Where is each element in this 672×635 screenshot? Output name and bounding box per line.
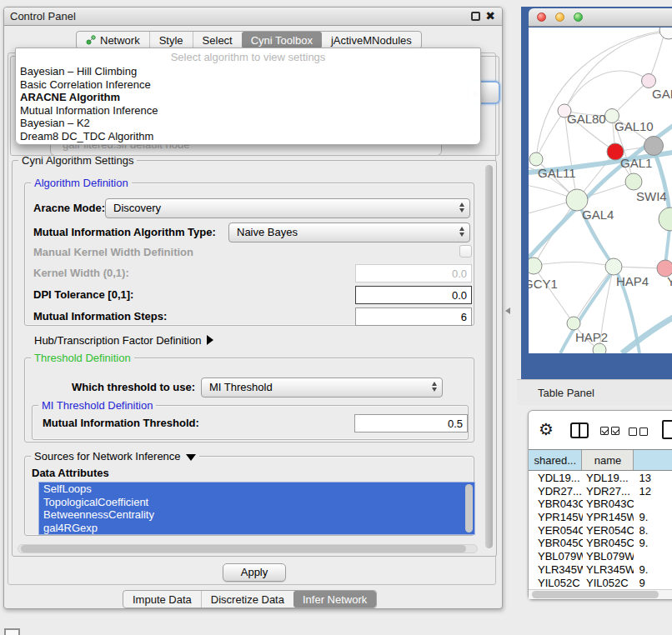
aracne-mode-combobox[interactable]: Discovery [105,198,470,218]
table-header-row[interactable]: shared...name [529,449,672,471]
table-row[interactable]: YBL079WYBL079W [529,550,672,563]
stepper-arrows-icon [432,382,437,392]
list-scrollbar-thumb[interactable] [465,484,473,532]
settings-horizontal-scrollbar[interactable] [18,544,478,553]
node-gcy1[interactable] [529,258,542,274]
export-table-icon[interactable] [662,420,672,439]
sources-group: Sources for Network Inference Data Attri… [24,456,474,536]
threshold-definition-legend: Threshold Definition [31,352,134,364]
tab-style[interactable]: Style [149,32,193,48]
table-row[interactable]: YDL19...YDL19...13 [529,472,672,485]
tab-network[interactable]: Network [77,32,149,48]
attribute-item-betweennesscentrality[interactable]: BetweennessCentrality [39,508,463,522]
network-node[interactable] [659,208,672,231]
scrollbar-thumb[interactable] [21,545,466,552]
close-traffic-light-icon[interactable] [537,12,546,22]
network-edge[interactable] [564,32,664,111]
network-edge[interactable] [564,71,649,111]
dropdown-item-basic-correlation-inference[interactable]: Basic Correlation Inference [16,78,480,92]
close-icon[interactable]: ✖ [485,9,495,22]
gear-icon[interactable]: ⚙ [539,420,554,438]
tab-jactivemnodules[interactable]: jActiveMNodules [322,32,421,48]
network-edge-thick[interactable] [622,312,672,353]
attribute-item-gal4rgexp[interactable]: gal4RGexp [39,522,463,535]
table-row[interactable]: YIL052CYIL052C9 [529,577,672,589]
sources-legend[interactable]: Sources for Network Inference [31,450,199,462]
table-horizontal-scrollbar[interactable] [529,589,672,599]
apply-button[interactable]: Apply [223,563,286,582]
table-cell: YDL19... [529,472,583,485]
mi-type-combobox[interactable]: Naive Bayes [228,222,470,242]
network-node[interactable] [659,28,672,39]
selected-attributes: SelfLoopsTopologicalCoefficientBetweenne… [39,482,463,534]
network-edge[interactable] [534,266,574,323]
control-panel-titlebar[interactable]: Control Panel ✖ [4,8,502,26]
tab-discretize-data-label: Discretize Data [211,593,284,606]
manual-kernel-checkbox[interactable] [459,245,472,258]
mi-threshold-field[interactable] [354,414,468,432]
tab-select[interactable]: Select [193,32,242,48]
deselect-all-columns-icon[interactable] [629,428,648,436]
node-label-gal11: GAL11 [538,166,576,180]
attribute-item-selfloops[interactable]: SelfLoops [39,482,463,496]
mi-steps-field[interactable] [355,308,472,326]
table-cell: 8. [634,524,672,538]
dropdown-item-aracne-algorithm[interactable]: ARACNE Algorithm [16,91,480,104]
tab-cyni-toolbox[interactable]: Cyni Toolbox [242,32,322,48]
kernel-width-field[interactable] [355,264,472,282]
float-window-icon[interactable] [471,12,480,21]
table-row[interactable]: YBR043CYBR043C [529,498,672,511]
data-attributes-list[interactable]: SelfLoopsTopologicalCoefficientBetweenne… [38,482,475,535]
minimize-traffic-light-icon[interactable] [555,12,564,22]
dpi-tolerance-field[interactable] [355,286,472,304]
node-gal[interactable] [642,74,656,88]
table-cell: 13 [634,472,672,485]
dropdown-item-bayesian-hill-climbing[interactable]: Bayesian – Hill Climbing [16,65,480,78]
tab-impute-data[interactable]: Impute Data [123,591,201,608]
algorithm-definition-legend: Algorithm Definition [31,177,132,189]
network-edge[interactable] [534,262,614,267]
tab-select-label: Select [203,34,233,47]
network-window-titlebar[interactable] [529,8,672,27]
zoom-traffic-light-icon[interactable] [574,12,583,22]
table-row[interactable]: YLR345WYLR345W9. [529,563,672,577]
columns-icon[interactable] [570,422,589,438]
scrollbar-thumb[interactable] [485,165,493,548]
dropdown-item-dream8-dc-tdc-algorithm[interactable]: Dream8 DC_TDC Algorithm [16,130,480,143]
network-node[interactable] [593,343,606,353]
network-edge-thick[interactable] [654,149,670,218]
column-header-shared[interactable]: shared... [529,450,582,470]
tab-infer-network[interactable]: Infer Network [293,591,376,608]
table-cell: 12 [634,485,672,498]
scrollbar-thumb[interactable] [532,591,659,598]
table-row[interactable]: YBR045CYBR045C9. [529,537,672,550]
column-header-name[interactable]: name [582,450,634,470]
table-panel-titlebar[interactable]: Table Panel [517,379,672,405]
node-swi4[interactable] [625,173,642,190]
tab-discretize-data[interactable]: Discretize Data [201,591,293,608]
network-node[interactable] [644,137,664,156]
settings-vertical-scrollbar[interactable] [484,164,494,551]
dropdown-item-bayesian-k2[interactable]: Bayesian – K2 [16,117,480,130]
node-label-y: Y [667,274,672,288]
network-edge[interactable] [649,32,664,81]
node-hap4[interactable] [605,258,622,275]
which-threshold-value: MI Threshold [209,381,273,393]
network-edge[interactable] [612,81,649,116]
node-gal11[interactable] [529,152,543,166]
column-header-2[interactable] [634,450,672,470]
select-all-columns-icon[interactable] [600,427,619,435]
node-label-gal: GAL [652,87,672,101]
table-row[interactable]: YER054CYER054C8. [529,524,672,538]
node-hap2[interactable] [567,317,580,330]
dropdown-item-mutual-information-inference[interactable]: Mutual Information Inference [16,104,480,118]
network-canvas[interactable]: GALGAL80GAL10GAL1GAL11SWI4GAL4GCY1HAP4YH… [529,28,672,353]
hub-definition-toggle[interactable]: Hub/Transcription Factor Definition [34,334,213,347]
which-threshold-combobox[interactable]: MI Threshold [201,378,443,398]
split-pane-collapse-icon[interactable] [505,308,510,314]
table-body[interactable]: YDL19...YDL19...13YDR27...YDR27...12YBR0… [529,472,672,588]
attribute-item-topologicalcoefficient[interactable]: TopologicalCoefficient [39,496,463,509]
minimized-panel-icon[interactable] [4,628,20,635]
table-row[interactable]: YDR27...YDR27...12 [529,485,672,498]
table-row[interactable]: YPR145WYPR145W9. [529,511,672,524]
